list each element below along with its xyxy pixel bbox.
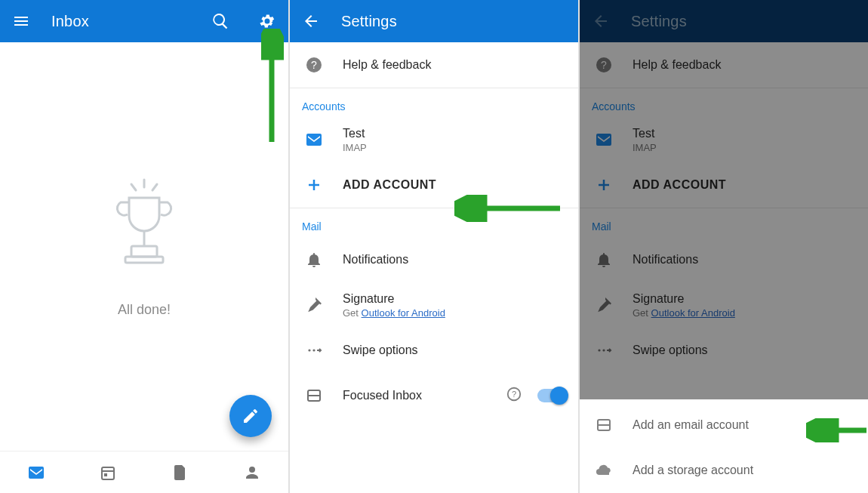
svg-point-14 [312, 349, 315, 351]
annotation-arrow-add-email [806, 418, 868, 442]
swipe-icon [300, 341, 328, 359]
empty-state: All done! [0, 42, 288, 451]
annotation-arrow-add-account [454, 195, 568, 222]
nav-calendar-icon[interactable] [93, 458, 123, 488]
appbar-settings: Settings [290, 0, 578, 42]
row-label: Focused Inbox [343, 389, 491, 402]
panel-settings-sheet: Settings ? Help & feedback Accounts Test… [580, 0, 868, 493]
help-icon: ? [300, 56, 328, 74]
signature-prefix: Get [343, 307, 362, 319]
email-box-icon [590, 416, 617, 434]
panel-inbox: Inbox [0, 0, 290, 493]
focused-toggle[interactable] [537, 389, 566, 402]
mail-icon [300, 131, 328, 149]
bottom-nav [0, 451, 288, 493]
compose-button[interactable] [229, 395, 272, 437]
bottom-sheet: Add an email account Add a storage accou… [580, 399, 868, 493]
svg-rect-5 [102, 467, 114, 479]
row-signature[interactable]: Signature Get Outlook for Android [290, 282, 578, 328]
row-label: Swipe options [343, 344, 566, 357]
sheet-add-storage[interactable]: Add a storage account [580, 448, 868, 493]
account-type: IMAP [343, 142, 566, 153]
plus-icon [300, 176, 328, 194]
bell-icon [300, 251, 328, 269]
search-icon[interactable] [211, 12, 229, 30]
row-account[interactable]: Test IMAP [290, 117, 578, 162]
menu-icon[interactable] [12, 12, 30, 30]
row-label: Help & feedback [343, 58, 566, 72]
svg-text:?: ? [311, 59, 317, 71]
cloud-icon [590, 461, 617, 479]
page-title: Settings [341, 13, 566, 30]
svg-line-3 [131, 184, 136, 190]
row-notifications[interactable]: Notifications [290, 237, 578, 282]
row-label: Signature [343, 292, 566, 306]
svg-line-4 [152, 184, 157, 190]
row-swipe[interactable]: Swipe options [290, 328, 578, 373]
back-icon[interactable] [302, 12, 320, 30]
account-name: Test [343, 127, 566, 140]
svg-rect-7 [104, 473, 107, 476]
empty-state-text: All done! [118, 302, 171, 318]
row-label: Notifications [343, 253, 566, 267]
svg-rect-0 [131, 246, 157, 257]
annotation-arrow-gear [261, 29, 284, 149]
gear-icon[interactable] [258, 12, 276, 30]
panel-settings: Settings ? Help & feedback Accounts Test… [290, 0, 580, 493]
nav-people-icon[interactable] [237, 458, 267, 488]
pen-nib-icon [300, 296, 328, 314]
help-circle-icon[interactable]: ? [506, 386, 522, 405]
row-help-feedback[interactable]: ? Help & feedback [290, 42, 578, 88]
nav-mail-icon[interactable] [21, 458, 51, 488]
svg-text:?: ? [512, 390, 516, 399]
nav-files-icon[interactable] [165, 458, 195, 488]
focused-icon [300, 387, 328, 405]
appbar-inbox: Inbox [0, 0, 288, 42]
row-label: Add a storage account [633, 464, 856, 477]
svg-rect-1 [125, 257, 163, 263]
add-account-label: ADD ACCOUNT [343, 178, 566, 192]
section-accounts: Accounts [290, 88, 578, 117]
signature-link[interactable]: Outlook for Android [362, 307, 445, 319]
page-title: Inbox [51, 13, 190, 30]
trophy-icon [103, 175, 186, 284]
svg-point-13 [308, 349, 310, 351]
row-focused-inbox[interactable]: Focused Inbox ? [290, 373, 578, 418]
